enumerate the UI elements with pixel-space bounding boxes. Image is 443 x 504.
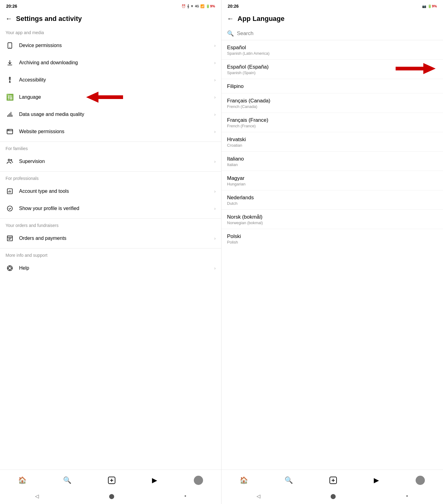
list-item-polski[interactable]: Polski Polish <box>222 229 443 248</box>
list-item-francais-canada[interactable]: Français (Canada) French (Canada) <box>222 93 443 113</box>
svg-marker-26 <box>396 63 436 74</box>
status-icons-right: 📷 🔋9% <box>422 4 437 8</box>
menu-item-help[interactable]: Help › <box>0 260 221 277</box>
lang-name: Français (France) <box>227 117 437 123</box>
chevron-icon: › <box>214 129 216 134</box>
svg-point-10 <box>11 160 12 161</box>
svg-point-3 <box>9 77 10 78</box>
add-nav-left[interactable] <box>108 476 116 484</box>
orders-icon <box>6 234 14 243</box>
svg-point-9 <box>8 159 10 161</box>
chevron-icon: › <box>214 206 216 211</box>
list-item-italiano[interactable]: Italiano Italian <box>222 152 443 171</box>
svg-point-12 <box>7 206 13 211</box>
sys-back-left[interactable]: ◁ <box>35 493 39 499</box>
list-item-hrvatski[interactable]: Hrvatski Croatian <box>222 132 443 152</box>
add-nav-right[interactable] <box>329 476 337 484</box>
svg-rect-11 <box>7 189 13 194</box>
orders-label: Orders and payments <box>19 236 209 241</box>
menu-item-archiving[interactable]: Archiving and downloading › <box>0 54 221 71</box>
divider <box>0 218 221 219</box>
video-nav-right[interactable]: ▶ <box>374 476 379 484</box>
search-input[interactable] <box>237 30 437 37</box>
lang-sub: Dutch <box>227 201 437 206</box>
lang-name: Filipino <box>227 83 437 89</box>
top-nav-left: ← Settings and activity <box>0 11 221 27</box>
verified-icon <box>6 204 14 213</box>
verified-label: Show your profile is verified <box>19 206 209 211</box>
red-arrow-left-annotation <box>86 92 123 103</box>
chevron-icon: › <box>214 60 216 65</box>
language-search-bar[interactable]: 🔍 <box>222 27 443 40</box>
status-bar-left: 20:26 ⏰ 𝄞 ▼ 4G 📶 🔋9% <box>0 0 221 11</box>
menu-item-website-permissions[interactable]: Website permissions › <box>0 123 221 140</box>
home-nav-left[interactable]: 🏠 <box>18 476 26 484</box>
menu-item-device-permissions[interactable]: Device permissions › <box>0 37 221 54</box>
list-item-nederlands[interactable]: Nederlands Dutch <box>222 190 443 210</box>
lang-name: Français (Canada) <box>227 98 437 104</box>
lang-name: Nederlands <box>227 195 437 201</box>
website-permissions-label: Website permissions <box>19 129 209 134</box>
chevron-icon: › <box>214 95 216 100</box>
avatar-nav-left[interactable] <box>194 476 203 485</box>
language-icon: 🈯 <box>6 93 14 101</box>
section-label-families: For families <box>0 143 221 153</box>
status-bar-right: 20:26 📷 🔋9% <box>222 0 443 11</box>
video-nav-left[interactable]: ▶ <box>152 476 157 484</box>
device-permissions-label: Device permissions <box>19 43 209 48</box>
back-button-right[interactable]: ← <box>227 15 234 23</box>
svg-marker-4 <box>86 92 123 103</box>
list-item-filipino[interactable]: Filipino <box>222 79 443 93</box>
menu-item-supervision[interactable]: Supervision › <box>0 153 221 170</box>
section-label-support: More info and support <box>0 250 221 260</box>
section-label-app-media: Your app and media <box>0 27 221 37</box>
avatar-nav-right[interactable] <box>416 476 425 485</box>
lang-sub: French (Canada) <box>227 104 437 109</box>
archiving-label: Archiving and downloading <box>19 60 209 65</box>
divider <box>0 171 221 172</box>
divider <box>0 141 221 142</box>
section-label-professionals: For professionals <box>0 173 221 183</box>
svg-rect-5 <box>7 129 13 134</box>
home-nav-right[interactable]: 🏠 <box>240 476 248 484</box>
bottom-nav-left: 🏠 🔍 ▶ <box>0 470 221 489</box>
menu-item-verified[interactable]: Show your profile is verified › <box>0 200 221 217</box>
help-label: Help <box>19 265 209 271</box>
settings-panel: 20:26 ⏰ 𝄞 ▼ 4G 📶 🔋9% ← Settings and acti… <box>0 0 222 504</box>
status-time-right: 20:26 <box>228 4 239 9</box>
menu-item-accessibility[interactable]: Accessibility › <box>0 71 221 89</box>
list-item-espanol-espana[interactable]: Español (España) Spanish (Spain) <box>222 60 443 79</box>
bottom-nav-right: 🏠 🔍 ▶ <box>222 470 443 489</box>
sys-square-left[interactable]: ▪ <box>184 493 186 499</box>
system-nav-left: ◁ ⬤ ▪ <box>0 489 221 504</box>
website-icon <box>6 127 14 136</box>
chevron-icon: › <box>214 112 216 117</box>
lang-sub: Norwegian (bokmal) <box>227 220 437 225</box>
lang-sub: French (France) <box>227 124 437 128</box>
lang-sub: Hungarian <box>227 182 437 186</box>
chevron-icon: › <box>214 266 216 271</box>
search-nav-right[interactable]: 🔍 <box>285 476 293 484</box>
list-item-norsk[interactable]: Norsk (bokmål) Norwegian (bokmal) <box>222 210 443 229</box>
sys-home-left[interactable]: ⬤ <box>109 493 114 499</box>
status-icons-left: ⏰ 𝄞 ▼ 4G 📶 🔋9% <box>182 4 215 8</box>
list-item-espanol[interactable]: Español Spanish (Latin America) <box>222 40 443 60</box>
status-time-left: 20:26 <box>6 4 17 9</box>
red-arrow-right-annotation <box>396 63 436 75</box>
divider <box>0 248 221 248</box>
menu-item-data-usage[interactable]: Data usage and media quality › <box>0 106 221 123</box>
menu-item-account-tools[interactable]: Account type and tools › <box>0 183 221 200</box>
sys-square-right[interactable]: ▪ <box>406 493 408 499</box>
sys-back-right[interactable]: ◁ <box>257 493 260 499</box>
menu-item-language[interactable]: 🈯 Language › <box>0 89 221 106</box>
list-item-magyar[interactable]: Magyar Hungarian <box>222 171 443 190</box>
back-button-left[interactable]: ← <box>6 15 12 23</box>
lang-name: Polski <box>227 233 437 240</box>
menu-item-orders[interactable]: Orders and payments › <box>0 230 221 247</box>
lang-name: Español <box>227 45 437 51</box>
lang-sub: Spanish (Latin America) <box>227 51 437 56</box>
chart-icon <box>6 187 14 196</box>
list-item-francais-france[interactable]: Français (France) French (France) <box>222 113 443 132</box>
sys-home-right[interactable]: ⬤ <box>330 493 336 499</box>
search-nav-left[interactable]: 🔍 <box>63 476 71 484</box>
